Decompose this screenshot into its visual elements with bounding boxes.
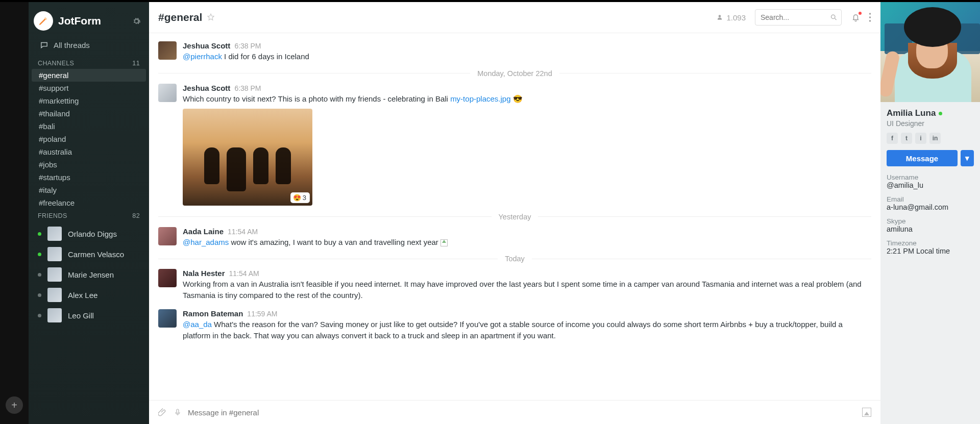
channels-header: CHANNELS 11 xyxy=(29,57,149,69)
channel-title: #general xyxy=(158,11,202,23)
field-label: Skype xyxy=(887,217,974,225)
voice-button[interactable] xyxy=(174,408,182,417)
channel-list: #general#support#marketting#thailand#bal… xyxy=(29,69,149,209)
linkedin-icon[interactable]: in xyxy=(929,133,941,144)
workspace-logo[interactable] xyxy=(34,11,53,31)
avatar[interactable] xyxy=(158,227,177,245)
friend-item[interactable]: Alex Lee xyxy=(29,285,149,305)
friends-label: FRIENDS xyxy=(38,212,67,219)
presence-dot-icon xyxy=(939,112,942,115)
friend-name: Marie Jensen xyxy=(68,270,114,279)
friends-header: FRIENDS 82 xyxy=(29,209,149,221)
sidebar: JotForm All threads CHANNELS 11 #general… xyxy=(29,2,149,424)
message-button[interactable]: Message xyxy=(887,150,958,166)
friend-item[interactable]: Carmen Velasco xyxy=(29,244,149,264)
message-time: 11:54 AM xyxy=(228,228,258,236)
friend-item[interactable]: Orlando Diggs xyxy=(29,223,149,244)
date-divider: Monday, October 22nd xyxy=(158,69,871,78)
insert-image-button[interactable] xyxy=(862,408,871,417)
avatar[interactable] xyxy=(158,41,177,60)
heart-eyes-emoji-icon: 😍 xyxy=(293,194,301,202)
channel-header: #general 1.093 xyxy=(149,2,880,33)
avatar[interactable] xyxy=(158,309,177,328)
message: Nala Hester11:54 AM Working from a van i… xyxy=(158,265,871,305)
message: Jeshua Scott6:38 PM @pierrhack I did for… xyxy=(158,37,871,66)
date-divider: Yesterday xyxy=(158,213,871,221)
profile-role: UI Designer xyxy=(887,119,974,128)
channel-item[interactable]: #poland xyxy=(29,133,149,145)
avatar xyxy=(47,288,62,302)
message-author: Nala Hester xyxy=(183,269,225,278)
friend-name: Leo Gill xyxy=(68,311,94,320)
message-dropdown-button[interactable]: ▾ xyxy=(961,150,974,166)
message-author: Aada Laine xyxy=(183,227,224,236)
workspace-name: JotForm xyxy=(58,15,127,27)
channel-item[interactable]: #support xyxy=(29,82,149,94)
svg-rect-5 xyxy=(177,409,179,413)
mention[interactable]: @aa_da xyxy=(183,320,212,329)
message-list: Jeshua Scott6:38 PM @pierrhack I did for… xyxy=(149,33,880,400)
channel-item[interactable]: #thailand xyxy=(29,107,149,120)
friend-item[interactable]: Marie Jensen xyxy=(29,264,149,285)
channel-item[interactable]: #freelance xyxy=(29,196,149,209)
channels-label: CHANNELS xyxy=(38,60,74,67)
profile-hero xyxy=(880,2,980,102)
channel-item[interactable]: #italy xyxy=(29,184,149,196)
message-author: Ramon Bateman xyxy=(183,309,243,318)
channel-item[interactable]: #startups xyxy=(29,171,149,184)
more-button[interactable] xyxy=(869,13,871,22)
search-box[interactable] xyxy=(755,9,842,26)
pencil-icon xyxy=(38,15,49,27)
presence-dot-icon xyxy=(38,232,41,236)
message-time: 11:59 AM xyxy=(247,310,277,318)
avatar[interactable] xyxy=(158,84,177,102)
profile-name: Amilia Luna xyxy=(887,108,974,118)
profile-panel: Amilia Luna UI Designer f t i in Message… xyxy=(880,2,980,424)
message: Ramon Bateman11:59 AM @aa_da What's the … xyxy=(158,305,871,345)
workspace-gutter: + xyxy=(0,2,29,424)
message-text: Which country to visit next? This is a p… xyxy=(183,92,871,105)
svg-point-2 xyxy=(869,13,871,14)
facebook-icon[interactable]: f xyxy=(887,133,898,144)
message-time: 6:38 PM xyxy=(234,42,261,50)
friend-name: Carmen Velasco xyxy=(68,250,124,259)
composer-input[interactable] xyxy=(188,408,856,417)
channel-item[interactable]: #marketting xyxy=(29,94,149,107)
channel-item[interactable]: #australia xyxy=(29,145,149,158)
message-author: Jeshua Scott xyxy=(183,41,230,50)
presence-dot-icon xyxy=(38,253,41,256)
reaction-badge[interactable]: 😍3 xyxy=(291,193,309,203)
add-workspace-button[interactable]: + xyxy=(6,396,23,414)
twitter-icon[interactable]: t xyxy=(901,133,912,144)
channel-item[interactable]: #general xyxy=(32,69,146,82)
channel-item[interactable]: #bali xyxy=(29,120,149,133)
channel-item[interactable]: #jobs xyxy=(29,158,149,171)
presence-dot-icon xyxy=(38,293,41,297)
notification-dot-icon xyxy=(859,12,862,15)
presence-dot-icon xyxy=(38,273,41,277)
message-text: @pierrhack I did for 6 days in Iceland xyxy=(183,50,871,62)
kebab-icon xyxy=(869,13,871,22)
friend-item[interactable]: Leo Gill xyxy=(29,305,149,326)
field-value: 2:21 PM Local time xyxy=(887,247,974,255)
message: Aada Laine11:54 AM @har_adams wow it's a… xyxy=(158,223,871,252)
field-value: amiluna xyxy=(887,225,974,233)
all-threads-link[interactable]: All threads xyxy=(29,38,149,57)
mention[interactable]: @har_adams xyxy=(183,238,229,246)
caret-down-icon: ▾ xyxy=(965,154,969,163)
notifications-button[interactable] xyxy=(851,13,861,22)
attach-button[interactable] xyxy=(158,408,167,417)
avatar[interactable] xyxy=(158,269,177,287)
member-count[interactable]: 1.093 xyxy=(716,13,746,22)
message-text: @har_adams wow it's amazing, I want to b… xyxy=(183,236,871,248)
attached-photo[interactable]: 😍3 xyxy=(183,109,312,206)
search-input[interactable] xyxy=(755,9,842,26)
message-time: 6:38 PM xyxy=(234,84,261,92)
star-button[interactable] xyxy=(206,13,215,22)
all-threads-label: All threads xyxy=(54,41,90,49)
attachment-link[interactable]: my-top-places.jpg xyxy=(450,94,510,103)
settings-button[interactable] xyxy=(132,17,141,26)
instagram-icon[interactable]: i xyxy=(915,133,926,144)
mention[interactable]: @pierrhack xyxy=(183,52,222,61)
sunglasses-emoji-icon: 😎 xyxy=(513,94,523,103)
